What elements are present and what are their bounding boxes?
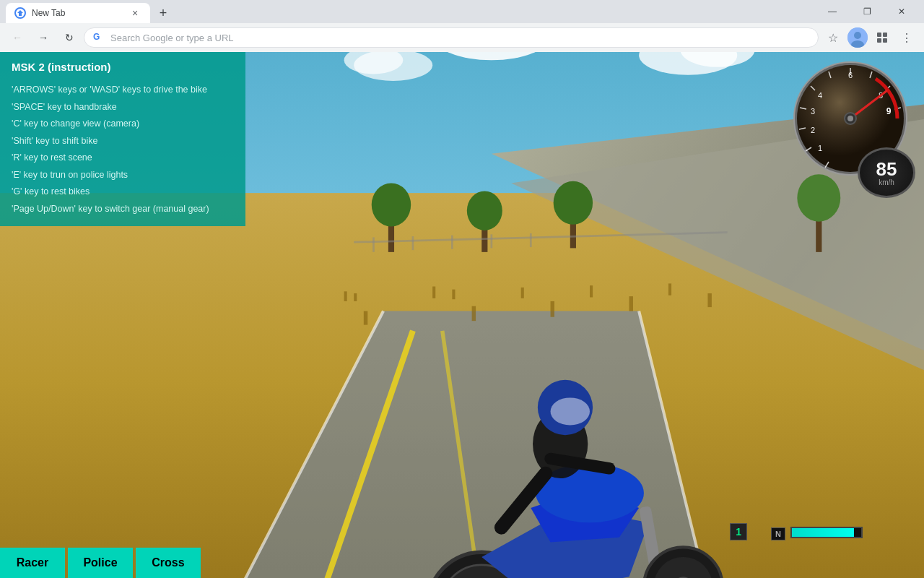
svg-rect-45 <box>521 288 524 298</box>
active-tab[interactable]: New Tab × <box>6 3 150 23</box>
tab-favicon <box>14 7 26 19</box>
svg-rect-48 <box>364 311 367 325</box>
tab-close-button[interactable]: × <box>128 7 141 20</box>
avatar <box>847 27 868 48</box>
toolbar-right: ☆ ⋮ <box>821 26 918 49</box>
status-fill <box>792 528 854 537</box>
toolbar: ← → ↻ G Search Google or type a URL ☆ ⋮ <box>0 23 924 52</box>
speed-value: 85 <box>876 160 897 178</box>
svg-rect-49 <box>472 306 476 321</box>
menu-button[interactable]: ⋮ <box>895 26 918 49</box>
extensions-button[interactable] <box>871 26 894 49</box>
status-bar <box>790 527 863 538</box>
svg-rect-50 <box>551 301 554 317</box>
window-controls: — ❐ ✕ <box>816 0 918 23</box>
bookmark-button[interactable]: ☆ <box>821 26 845 49</box>
svg-point-30 <box>467 191 502 230</box>
forward-button[interactable]: → <box>32 26 55 49</box>
svg-text:2: 2 <box>811 126 815 134</box>
instruction-item: 'C' key to change view (camera) <box>12 116 234 133</box>
browser-frame: New Tab × + — ❐ ✕ ← → ↻ G Search Google … <box>0 0 924 578</box>
new-tab-button[interactable]: + <box>153 3 173 23</box>
instruction-list: 'ARROWS' keys or 'WASD' keys to drive th… <box>12 82 234 217</box>
cross-button[interactable]: Cross <box>136 548 201 578</box>
police-button[interactable]: Police <box>68 548 133 578</box>
tab-title: New Tab <box>32 8 123 18</box>
instruction-item: 'SPACE' key to handbrake <box>12 99 234 116</box>
svg-rect-7 <box>883 38 887 43</box>
speedometer: 1 2 3 4 6 8 9 <box>793 61 915 198</box>
svg-point-92 <box>847 116 853 121</box>
svg-point-2 <box>854 32 861 39</box>
svg-rect-5 <box>883 33 887 37</box>
svg-point-28 <box>372 184 411 227</box>
game-viewport[interactable]: MSK 2 (instruction) 'ARROWS' keys or 'WA… <box>0 52 924 578</box>
svg-point-68 <box>551 397 590 425</box>
instruction-item: 'R' key to rest scene <box>12 150 234 167</box>
instruction-title: MSK 2 (instruction) <box>12 61 234 73</box>
speed-unit: km/h <box>879 178 894 186</box>
minimize-button[interactable]: — <box>816 0 849 23</box>
svg-text:1: 1 <box>818 144 822 152</box>
title-bar: New Tab × + — ❐ ✕ <box>0 0 924 23</box>
gear-value: 1 <box>736 526 741 538</box>
instruction-item: 'Page Up/Down' key to switch gear (manua… <box>12 201 234 218</box>
compass-area: N <box>771 527 785 540</box>
tab-strip: New Tab × + <box>6 0 173 23</box>
back-button[interactable]: ← <box>6 26 29 49</box>
gear-area: 1 <box>730 523 747 540</box>
svg-text:4: 4 <box>818 91 822 100</box>
svg-rect-47 <box>668 283 671 295</box>
svg-rect-42 <box>354 293 357 301</box>
instruction-item: 'E' key to trun on police lights <box>12 167 234 184</box>
bike-buttons: Racer Police Cross <box>0 548 201 578</box>
address-placeholder: Search Google or type a URL <box>110 33 234 43</box>
instruction-item: 'G' key to rest bikes <box>12 184 234 201</box>
address-bar[interactable]: G Search Google or type a URL <box>84 27 819 48</box>
compass-direction: N <box>775 530 781 538</box>
maximize-button[interactable]: ❐ <box>850 0 884 23</box>
instruction-panel: MSK 2 (instruction) 'ARROWS' keys or 'WA… <box>0 52 245 226</box>
google-logo: G <box>93 32 105 43</box>
racer-button[interactable]: Racer <box>0 548 65 578</box>
svg-rect-6 <box>877 38 881 43</box>
svg-rect-52 <box>707 293 711 307</box>
svg-rect-44 <box>452 290 455 300</box>
speed-display: 85 km/h <box>858 147 915 198</box>
svg-text:9: 9 <box>886 106 892 116</box>
gear-display: 1 <box>730 523 747 540</box>
svg-rect-43 <box>432 287 435 298</box>
instruction-item: 'Shift' key to shift bike <box>12 133 234 150</box>
svg-text:3: 3 <box>811 107 815 116</box>
profile-button[interactable] <box>846 26 869 49</box>
svg-rect-46 <box>590 285 593 297</box>
compass-box: N <box>771 527 785 540</box>
instruction-item: 'ARROWS' keys or 'WASD' keys to drive th… <box>12 82 234 99</box>
close-button[interactable]: ✕ <box>885 0 918 23</box>
svg-rect-51 <box>629 296 632 311</box>
reload-button[interactable]: ↻ <box>58 26 81 49</box>
svg-rect-41 <box>344 291 347 301</box>
svg-rect-4 <box>877 33 881 37</box>
svg-point-32 <box>554 181 593 225</box>
